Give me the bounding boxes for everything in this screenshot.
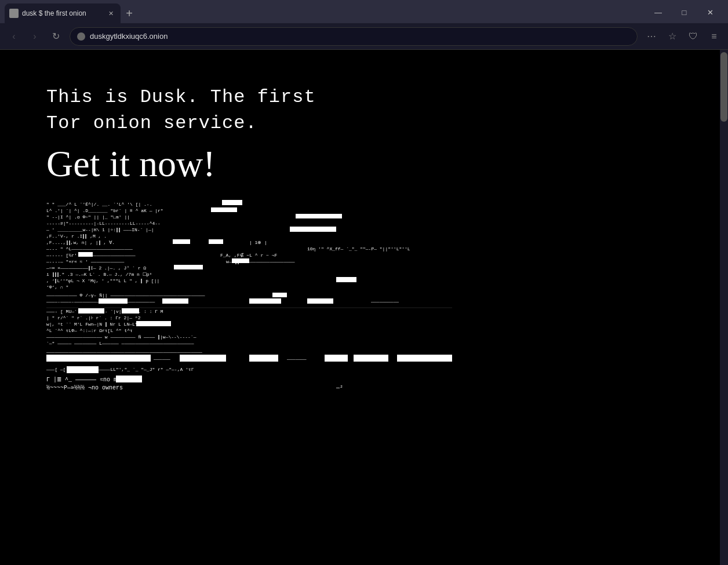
svg-rect-22 [232, 258, 249, 263]
scrollbar-thumb[interactable] [720, 52, 727, 122]
svg-rect-2 [222, 200, 242, 205]
svg-text:―----―  "«r«  ≈  '  ――――――――――: ―----― "«r« ≈ ' ―――――――――――― [46, 259, 125, 264]
reader-mode-button[interactable]: ≡ [705, 27, 723, 46]
svg-text:½~~~~P―»½½½  ¬no owners: ½~~~~P―»½½½ ¬no owners [46, 385, 123, 391]
svg-rect-43 [136, 321, 171, 326]
svg-rect-57 [67, 366, 99, 373]
tab-close-button[interactable]: ✕ [105, 8, 116, 19]
shield-button[interactable]: 🛡 [684, 27, 702, 46]
svg-rect-50 [180, 355, 226, 362]
svg-text:――――――: ―――――― [153, 356, 170, 362]
svg-rect-34 [249, 298, 281, 304]
svg-text:L^  .'|  `|  ^|  .D_______  "b: L^ .'| `| ^| .D_______ "br` | ≡ ^ aK ― |… [46, 208, 163, 213]
svg-rect-35 [307, 298, 333, 304]
svg-rect-55 [397, 355, 452, 362]
reload-button[interactable]: ↻ [46, 27, 65, 46]
svg-rect-27 [336, 277, 356, 282]
active-tab[interactable]: dusk $ the first onion ✕ [5, 3, 121, 23]
tab-favicon-icon [9, 9, 19, 18]
svg-text:| "    r/^` "      r`  .|⊦  r`: | " r/^` " r` .|⊦ r` . : Γr 2|― ⁿ2 [46, 315, 141, 320]
svg-text:-----#|"---------|-LL---------: -----#|"---------|-LL---------LL-----^4-… [46, 221, 161, 226]
svg-text:――――――――――――――――――――  w  ―――――: ―――――――――――――――――――― w ――――――――― Ñ ――――… [46, 334, 196, 340]
svg-text:,F..'V-,  r  .I‖‖  ,M     ,  .: ,F..'V-, r .I‖‖ ,M , . [46, 234, 107, 239]
svg-rect-32 [99, 298, 128, 304]
intro-text: This is Dusk. The first Tor onion servic… [46, 85, 708, 137]
svg-rect-40 [122, 308, 139, 314]
main-text-area: This is Dusk. The first Tor onion servic… [46, 85, 708, 185]
window-controls: — □ ✕ [645, 3, 723, 21]
url-bar[interactable]: duskgytldkxiuqc6.onion [70, 27, 638, 46]
cta-heading[interactable]: Get it now! [46, 143, 708, 185]
svg-text:`―"  ―――――  ――――――――  L―――――― : `―" ――――― ―――――――― L―――――― ―――――――――――――… [46, 341, 194, 346]
svg-rect-59 [116, 376, 142, 382]
svg-rect-48 [46, 355, 151, 362]
extensions-button[interactable]: ⋯ [642, 27, 661, 46]
svg-text:" "  ___/^  L  `'É^|/.  __. `': " " ___/^ L `'É^|/. __. `'L^ '\ [| .-. [46, 202, 152, 207]
svg-text:―−∞  «――――――――――‖I―  2  .|―.  : ―−∞ «――――――――――‖I― 2 .|―. , J° ` r Ω [46, 265, 146, 271]
url-text: duskgytldkxiuqc6.onion [90, 32, 630, 41]
svg-text:―²: ―² [336, 385, 343, 391]
tab-title: dusk $ the first onion [22, 9, 102, 17]
url-favicon-icon [77, 32, 85, 41]
svg-text:"  --|I  ^|  .α  Φ−"  ||  |_  : " --|I ^| .α Φ−" || |_ "∟m' || [46, 214, 130, 220]
maximize-button[interactable]: □ [671, 3, 697, 21]
svg-text:――――――――――――――――――――――――――――――: ――――――――――――――――――――――――――――――――――――――――… [46, 349, 202, 355]
toolbar: ‹ › ↻ duskgytldkxiuqc6.onion ⋯ ☆ 🛡 ≡ [0, 23, 728, 50]
svg-text:,  ‘‖L‘'“φL  ¬  X  'Mç,  '  ,": , ‘‖L‘'“φL ¬ X 'Mç, ' ,"""L L " , ‖ p [|… [46, 278, 159, 283]
tab-bar: dusk $ the first onion ✕ + — □ ✕ [0, 0, 728, 23]
svg-text:i  ‖‖‖."   .3  ―.―K  L`  .  B.: i ‖‖‖." .3 ―.―K L` . B.― J., /7m n ☐pⁿ [46, 272, 152, 277]
svg-text:,F....,‖‖,w,     n|  ,  |‖  , : ,F....,‖‖,w, n| , |‖ , ∀. [46, 240, 115, 245]
forward-button[interactable]: › [26, 27, 44, 46]
svg-rect-51 [249, 355, 278, 362]
browser-window: dusk $ the first onion ✕ + — □ ✕ ‹ › ↻ d… [0, 0, 728, 565]
intro-line2: Tor onion service. [46, 112, 257, 134]
minimize-button[interactable]: — [645, 3, 671, 21]
svg-rect-6 [296, 214, 342, 218]
svg-rect-4 [211, 207, 237, 212]
svg-text:| 1⊕ |: | 1⊕ | [249, 240, 267, 245]
close-button[interactable]: ✕ [697, 3, 723, 21]
svg-text:―――――――――――  Φ  /–γ–  Ñ||  ―――: ――――――――――― Φ /–γ– Ñ|| ―――――――――――――――――… [46, 293, 205, 298]
ascii-art-area: " " ___/^ L `'É^|/. __. `'L^ '\ [| .-. L… [46, 197, 452, 487]
svg-rect-30 [272, 293, 287, 297]
ascii-art-svg: " " ___/^ L `'É^|/. __. `'L^ '\ [| .-. L… [46, 197, 452, 487]
svg-rect-19 [78, 252, 93, 257]
bookmark-button[interactable]: ☆ [663, 27, 682, 46]
new-tab-button[interactable]: + [121, 5, 138, 22]
svg-rect-13 [209, 239, 223, 244]
svg-rect-39 [78, 308, 104, 314]
svg-text:^L  `^^  τLΦ―  ^::―:r  Ωrτ[L  : ^L `^^ τLΦ― ^::―:r Ωrτ[L ^" t^τ [46, 328, 133, 333]
svg-text:―――――――: ――――――― [286, 356, 307, 362]
scrollbar-track[interactable] [720, 50, 728, 565]
site-body: This is Dusk. The first Tor onion servic… [0, 50, 720, 565]
svg-text:‘Φ‘,  ∩  ": ‘Φ‘, ∩ " [46, 285, 68, 290]
svg-rect-54 [354, 355, 388, 362]
page-content[interactable]: This is Dusk. The first Tor onion servic… [0, 50, 720, 565]
svg-rect-9 [290, 227, 336, 232]
svg-text:― ' _________w--|H\  1  |÷:‖‖ : ― ' _________w--|H\ 1 |÷:‖‖ ―――IN-` |―| [46, 227, 154, 232]
svg-rect-37 [46, 307, 452, 308]
svg-text:―――- [ MU―`  ..H  L =.  - `|v|: ―――- [ MU―` ..H L =. - `|v| ― r` . : : Γ… [46, 309, 163, 314]
svg-rect-12 [173, 239, 190, 244]
svg-text:F_A,  ,F∉  −L  ^  r  ~  ¬F: F_A, ,F∉ −L ^ r ~ ¬F [220, 253, 277, 258]
svg-rect-24 [174, 265, 203, 269]
svg-text:10η  '"  ^X_ff―  `_"_  ""―-P― : 10η '" ^X_ff― `_"_ ""―-P― "||"''L"''L [307, 246, 410, 251]
content-wrapper: This is Dusk. The first Tor onion servic… [0, 50, 728, 565]
svg-text:――――――――――: ―――――――――― [370, 299, 399, 304]
svg-rect-53 [325, 355, 348, 362]
svg-text:―---   "         ^L―――――――――――: ―--- " ^L―――――――――――――――――――――― [46, 246, 133, 251]
svg-rect-33 [162, 298, 188, 304]
back-button[interactable]: ‹ [5, 27, 23, 46]
intro-line1: This is Dusk. The first [46, 86, 316, 108]
